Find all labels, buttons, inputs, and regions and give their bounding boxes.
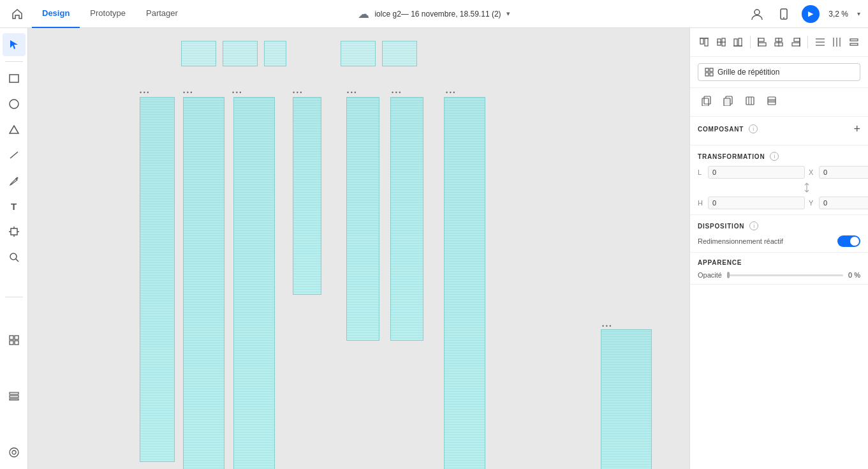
tool-separator-1 bbox=[5, 61, 23, 62]
svg-point-21 bbox=[10, 448, 18, 457]
opacity-slider[interactable] bbox=[727, 274, 843, 276]
transform-fields: L X H Y bbox=[698, 166, 860, 209]
left-toolbar: T bbox=[0, 28, 28, 469]
repeat-grid-button[interactable]: Grille de répétition bbox=[698, 63, 860, 81]
layers-tool[interactable] bbox=[3, 385, 26, 408]
svg-rect-51 bbox=[705, 73, 709, 76]
grid-icon bbox=[705, 68, 714, 77]
frame-main-2 bbox=[183, 97, 224, 469]
copy-icons-row bbox=[690, 88, 868, 117]
more-align-button[interactable] bbox=[846, 33, 862, 51]
artboard-tool[interactable] bbox=[3, 220, 26, 243]
transform-x-label: X bbox=[809, 168, 816, 176]
align-vcenter-button[interactable] bbox=[714, 33, 730, 51]
transform-y-label: Y bbox=[809, 199, 816, 207]
copy-icon-3[interactable] bbox=[741, 92, 759, 110]
transform-y-field: Y bbox=[809, 197, 868, 209]
plugins-tool[interactable] bbox=[3, 441, 26, 464]
align-left-button[interactable] bbox=[754, 33, 770, 51]
transform-x-input[interactable] bbox=[819, 166, 868, 179]
frame-main-7 bbox=[444, 97, 485, 469]
text-tool[interactable]: T bbox=[3, 195, 26, 218]
svg-rect-49 bbox=[705, 68, 709, 71]
reactive-resize-label: Redimensionnement réactif bbox=[698, 237, 783, 245]
composant-info-icon[interactable]: i bbox=[749, 124, 758, 133]
assets-tool[interactable] bbox=[3, 329, 26, 352]
opacity-row: Opacité 0 % bbox=[698, 271, 860, 279]
frame-label-5: • • • bbox=[347, 89, 356, 96]
composant-add-button[interactable]: + bbox=[853, 123, 860, 135]
home-icon[interactable] bbox=[8, 8, 27, 20]
triangle-tool[interactable] bbox=[3, 118, 26, 141]
svg-point-0 bbox=[754, 10, 760, 15]
svg-rect-18 bbox=[10, 392, 18, 394]
device-icon[interactable] bbox=[775, 5, 793, 23]
transform-link-icon bbox=[803, 182, 811, 193]
svg-rect-48 bbox=[850, 43, 858, 45]
tab-partager[interactable]: Partager bbox=[136, 0, 188, 28]
svg-point-2 bbox=[783, 17, 784, 19]
topnav-right: ▶ 3,2 % ▾ bbox=[748, 5, 860, 23]
copy-icon-2[interactable] bbox=[719, 92, 737, 110]
select-tool[interactable] bbox=[3, 33, 26, 56]
disposition-header: DISPOSITION i bbox=[698, 221, 860, 230]
transform-h-field: H bbox=[698, 197, 805, 209]
ellipse-tool[interactable] bbox=[3, 93, 26, 115]
transformation-section: TRANSFORMATION i L X bbox=[690, 145, 868, 215]
apparence-title: APPARENCE bbox=[698, 259, 742, 266]
svg-point-4 bbox=[10, 100, 18, 108]
align-hcenter-button[interactable] bbox=[771, 33, 787, 51]
transform-l-label: L bbox=[698, 168, 705, 176]
transform-x-field: X bbox=[809, 166, 868, 179]
svg-rect-23 bbox=[700, 38, 703, 44]
svg-rect-29 bbox=[734, 39, 737, 46]
align-top-button[interactable] bbox=[696, 33, 712, 51]
copy-icon-1[interactable] bbox=[698, 92, 716, 110]
topnav-center: ☁ iolce g2— 16 novembre, 18.59.11 (2) ▾ bbox=[358, 7, 510, 21]
tab-design[interactable]: Design bbox=[32, 0, 80, 28]
svg-rect-19 bbox=[10, 396, 18, 398]
frame-isolated bbox=[601, 329, 652, 469]
cloud-icon: ☁ bbox=[358, 7, 369, 21]
title-chevron[interactable]: ▾ bbox=[506, 10, 510, 18]
copy-icon-4[interactable] bbox=[763, 92, 781, 110]
canvas-area[interactable]: • • • • • • • • • • • • • • • • • • • • … bbox=[28, 28, 689, 469]
align-right-button[interactable] bbox=[788, 33, 804, 51]
topnav: Design Prototype Partager ☁ iolce g2— 16… bbox=[0, 0, 868, 28]
transformation-info-icon[interactable]: i bbox=[770, 152, 779, 161]
distribute-v-button[interactable] bbox=[812, 33, 828, 51]
line-tool[interactable] bbox=[3, 144, 26, 167]
frame-top-2 bbox=[223, 41, 258, 66]
transform-y-input[interactable] bbox=[819, 197, 868, 209]
play-button[interactable]: ▶ bbox=[802, 5, 820, 23]
composant-title: COMPOSANT bbox=[698, 126, 744, 133]
frame-top-4 bbox=[341, 41, 376, 66]
main-layout: T bbox=[0, 28, 868, 469]
zoom-tool[interactable] bbox=[3, 246, 26, 269]
align-sep-2 bbox=[807, 36, 808, 48]
transform-h-input[interactable] bbox=[708, 197, 805, 209]
svg-rect-3 bbox=[10, 75, 18, 82]
frame-main-3 bbox=[233, 97, 275, 469]
svg-rect-39 bbox=[792, 43, 800, 46]
reactive-resize-toggle[interactable] bbox=[837, 235, 860, 247]
disposition-info-icon[interactable]: i bbox=[749, 221, 758, 230]
zoom-chevron[interactable]: ▾ bbox=[857, 10, 860, 17]
frame-label-3: • • • bbox=[232, 89, 241, 96]
document-title[interactable]: iolce g2— 16 novembre, 18.59.11 (2) bbox=[374, 10, 501, 19]
frame-main-4 bbox=[293, 97, 321, 295]
svg-rect-16 bbox=[10, 341, 13, 345]
distribute-h-button[interactable] bbox=[829, 33, 845, 51]
svg-rect-52 bbox=[710, 73, 713, 76]
opacity-label: Opacité bbox=[698, 271, 722, 279]
zoom-label[interactable]: 3,2 % bbox=[828, 10, 848, 19]
rectangle-tool[interactable] bbox=[3, 67, 26, 90]
user-icon[interactable] bbox=[748, 5, 766, 23]
svg-rect-14 bbox=[10, 336, 13, 339]
tab-prototype[interactable]: Prototype bbox=[80, 0, 136, 28]
frame-top-5 bbox=[382, 41, 417, 66]
align-bottom-button[interactable] bbox=[730, 33, 746, 51]
disposition-section: DISPOSITION i Redimensionnement réactif bbox=[690, 215, 868, 253]
pen-tool[interactable] bbox=[3, 169, 26, 192]
transform-l-input[interactable] bbox=[708, 166, 805, 179]
